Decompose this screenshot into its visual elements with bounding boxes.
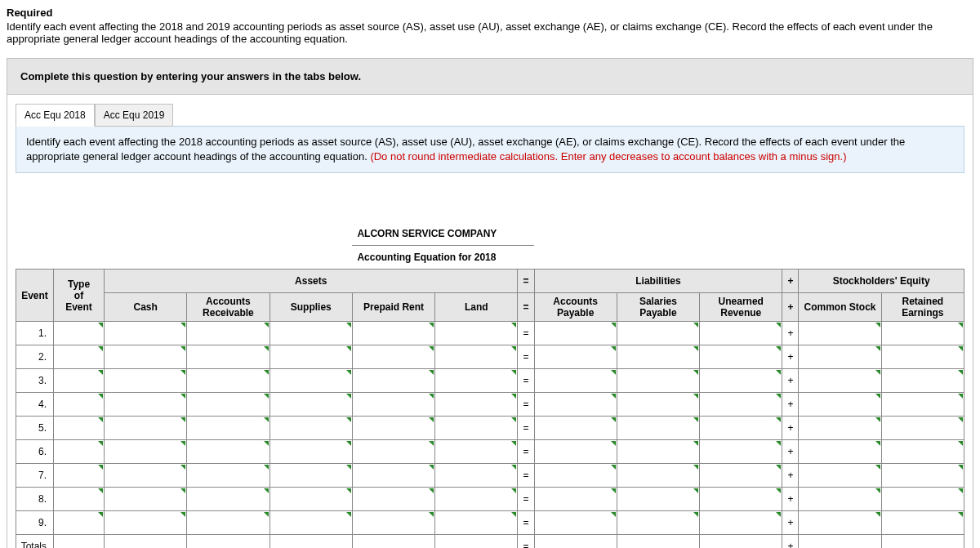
ar-input[interactable] (187, 345, 270, 369)
supplies-input[interactable] (270, 345, 352, 369)
cash-input[interactable] (105, 417, 187, 440)
land-input[interactable] (435, 322, 518, 345)
ur-input[interactable] (700, 417, 782, 440)
prepaid-input[interactable] (352, 511, 434, 535)
prepaid-input[interactable] (352, 322, 434, 345)
type-input[interactable] (54, 417, 105, 440)
supplies-input[interactable] (270, 511, 352, 535)
land-input[interactable] (435, 440, 518, 464)
supplies-input[interactable] (270, 440, 352, 464)
ar-input[interactable] (187, 369, 270, 393)
re-input[interactable] (881, 488, 964, 511)
type-input[interactable] (54, 322, 105, 345)
ar-input[interactable] (187, 322, 270, 345)
land-input[interactable] (435, 345, 518, 369)
cs-input[interactable] (799, 345, 881, 369)
sp-input[interactable] (617, 488, 699, 511)
ur-input[interactable] (700, 393, 782, 417)
prepaid-input[interactable] (352, 345, 434, 369)
re-input[interactable] (881, 464, 964, 488)
land-input[interactable] (435, 417, 518, 440)
sp-input[interactable] (617, 417, 699, 440)
prepaid-input[interactable] (352, 464, 434, 488)
ap-input[interactable] (534, 345, 617, 369)
type-input[interactable] (54, 345, 105, 369)
cs-input[interactable] (799, 440, 881, 464)
ur-input[interactable] (700, 488, 782, 511)
prepaid-input[interactable] (352, 393, 434, 417)
land-input[interactable] (435, 393, 518, 417)
ap-input[interactable] (534, 417, 617, 440)
re-input[interactable] (881, 345, 964, 369)
supplies-input[interactable] (270, 417, 352, 440)
ur-input[interactable] (700, 511, 782, 535)
ap-input[interactable] (534, 440, 617, 464)
land-input[interactable] (435, 511, 518, 535)
cash-input[interactable] (105, 322, 187, 345)
sp-input[interactable] (617, 464, 699, 488)
type-input[interactable] (54, 488, 105, 511)
land-input[interactable] (435, 369, 518, 393)
supplies-input[interactable] (270, 369, 352, 393)
cs-input[interactable] (799, 393, 881, 417)
ar-input[interactable] (187, 440, 270, 464)
cash-input[interactable] (105, 393, 187, 417)
supplies-input[interactable] (270, 464, 352, 488)
cash-input[interactable] (105, 440, 187, 464)
cs-input[interactable] (799, 369, 881, 393)
sp-input[interactable] (617, 345, 699, 369)
sp-input[interactable] (617, 393, 699, 417)
ur-input[interactable] (700, 464, 782, 488)
cs-input[interactable] (799, 511, 881, 535)
ap-input[interactable] (534, 322, 617, 345)
sp-input[interactable] (617, 369, 699, 393)
ur-input[interactable] (700, 440, 782, 464)
type-input[interactable] (54, 369, 105, 393)
cash-input[interactable] (105, 345, 187, 369)
prepaid-input[interactable] (352, 488, 434, 511)
ar-input[interactable] (187, 511, 270, 535)
cs-input[interactable] (799, 464, 881, 488)
type-input[interactable] (54, 511, 105, 535)
re-input[interactable] (881, 393, 964, 417)
sp-input[interactable] (617, 440, 699, 464)
tab-acc-equ-2019[interactable]: Acc Equ 2019 (95, 104, 174, 127)
ur-input[interactable] (700, 322, 782, 345)
sp-input[interactable] (617, 322, 699, 345)
ur-input[interactable] (700, 345, 782, 369)
cash-input[interactable] (105, 488, 187, 511)
land-input[interactable] (435, 488, 518, 511)
re-input[interactable] (881, 322, 964, 345)
ar-input[interactable] (187, 488, 270, 511)
supplies-input[interactable] (270, 488, 352, 511)
prepaid-input[interactable] (352, 440, 434, 464)
re-input[interactable] (881, 369, 964, 393)
ap-input[interactable] (534, 488, 617, 511)
ap-input[interactable] (534, 369, 617, 393)
ar-input[interactable] (187, 393, 270, 417)
cs-input[interactable] (799, 417, 881, 440)
ap-input[interactable] (534, 464, 617, 488)
ur-input[interactable] (700, 369, 782, 393)
supplies-input[interactable] (270, 322, 352, 345)
cash-input[interactable] (105, 511, 187, 535)
ap-input[interactable] (534, 511, 617, 535)
ap-input[interactable] (534, 393, 617, 417)
type-input[interactable] (54, 440, 105, 464)
cash-input[interactable] (105, 369, 187, 393)
cash-input[interactable] (105, 464, 187, 488)
ar-input[interactable] (187, 464, 270, 488)
re-input[interactable] (881, 417, 964, 440)
re-input[interactable] (881, 511, 964, 535)
cs-input[interactable] (799, 488, 881, 511)
land-input[interactable] (435, 464, 518, 488)
type-input[interactable] (54, 464, 105, 488)
type-input[interactable] (54, 393, 105, 417)
tab-acc-equ-2018[interactable]: Acc Equ 2018 (16, 104, 95, 127)
cs-input[interactable] (799, 322, 881, 345)
supplies-input[interactable] (270, 393, 352, 417)
prepaid-input[interactable] (352, 369, 434, 393)
re-input[interactable] (881, 440, 964, 464)
sp-input[interactable] (617, 511, 699, 535)
ar-input[interactable] (187, 417, 270, 440)
